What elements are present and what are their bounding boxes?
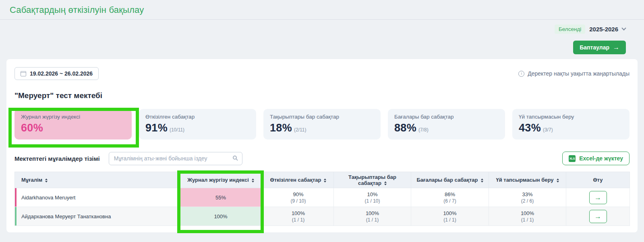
search-icon [233, 156, 237, 160]
stat-label: Бағалары бар сабақтар [394, 114, 499, 120]
teachers-list-title: Мектептегі мұғалімдер тізімі [14, 155, 100, 162]
column-header-journal-index[interactable]: Журнал жүргізу индексі [179, 172, 263, 188]
journal-index-cell: 100% [179, 207, 263, 226]
go-to-teacher-button[interactable]: → [589, 210, 607, 223]
table-header-row: Мұғалім Журнал жүргізу индексі Өткізілге… [15, 172, 630, 188]
table-row: Aidarkhanova Meruyert 55% 90%(9 / 10) 10… [15, 188, 630, 207]
page-header: Сабақтардың өткізілуін бақылау [0, 0, 644, 20]
conducted-cell: 90%(9 / 10) [263, 188, 334, 207]
column-header-conducted[interactable]: Өткізілген сабақтар [263, 172, 334, 188]
export-excel-label: Excel-де жүктеу [579, 155, 623, 162]
teacher-name-cell: Айдарханова Меруерт Танаткановна [15, 207, 179, 226]
column-header-homework[interactable]: Үй тапсырмасын беру [489, 172, 566, 188]
settings-row: Баптаулар → [0, 41, 644, 54]
settings-button[interactable]: Баптаулар → [573, 41, 626, 54]
stat-fraction: (2/11) [294, 127, 306, 133]
stat-card-homework-given[interactable]: Үй тапсырмасын беру 43% (3/7) [512, 109, 630, 139]
stat-value: 18% [270, 122, 292, 134]
date-range-picker[interactable]: 19.02.2026 ~ 26.02.2026 [14, 67, 99, 80]
stat-card-conducted-lessons[interactable]: Өткізілген сабақтар 91% (10/11) [139, 109, 256, 139]
stat-card-journal-index[interactable]: Журнал жүргізу индексі 60% [14, 109, 132, 139]
date-range-value: 19.02.2026 ~ 26.02.2026 [30, 70, 93, 77]
row-accent-bar [15, 188, 17, 207]
stat-label: Өткізілген сабақтар [145, 114, 250, 120]
homework-cell: 100%(1 / 1) [489, 207, 566, 226]
teacher-search [109, 152, 242, 165]
academic-year-selector[interactable]: Белсенді 2025-2026 [0, 24, 644, 34]
stat-fraction: (10/11) [170, 127, 184, 133]
arrow-right-icon: → [613, 44, 619, 51]
go-to-teacher-button[interactable]: → [589, 191, 607, 204]
stat-value: 60% [21, 122, 43, 134]
sort-icon[interactable] [324, 178, 326, 183]
column-header-teacher[interactable]: Мұғалім [15, 172, 179, 188]
stat-card-lessons-with-grades[interactable]: Бағалары бар сабақтар 88% (7/8) [388, 109, 505, 139]
topics-cell: 100%(1 / 1) [334, 207, 411, 226]
teacher-search-input[interactable] [109, 152, 242, 165]
column-header-go: Өту [566, 172, 630, 188]
stat-card-lessons-with-topics[interactable]: Тақырыптары бар сабақтар 18% (2/11) [263, 109, 381, 139]
stat-fraction: (3/7) [543, 127, 553, 133]
chevron-down-icon[interactable] [621, 26, 626, 30]
active-badge: Белсенді [555, 25, 585, 34]
grades-cell: 100%(1 / 1) [411, 207, 489, 226]
go-cell: → [566, 188, 630, 207]
grades-cell: 86%(6 / 7) [411, 188, 489, 207]
academic-year-value: 2025-2026 [589, 26, 618, 33]
stat-value: 91% [145, 122, 168, 134]
conducted-cell: 100%(1 / 1) [263, 207, 334, 226]
settings-button-label: Баптаулар [580, 44, 609, 51]
stat-value: 88% [394, 122, 416, 134]
homework-cell: 33%(2 / 6) [489, 188, 566, 207]
export-excel-button[interactable]: XLS Excel-де жүктеу [562, 152, 630, 165]
xls-file-icon: XLS [569, 155, 576, 162]
stat-label: Үй тапсырмасын беру [519, 114, 623, 120]
page-title: Сабақтардың өткізілуін бақылау [10, 5, 644, 15]
school-name: "Меруерт" тест мектебі [14, 91, 630, 103]
teachers-table: Мұғалім Журнал жүргізу индексі Өткізілге… [14, 172, 630, 226]
sort-icon[interactable] [384, 181, 387, 185]
sort-icon[interactable] [481, 178, 483, 183]
realtime-notice-text: Деректер нақты уақытта жаңартылады [528, 70, 630, 77]
teacher-name-cell: Aidarkhanova Meruyert [15, 188, 179, 207]
info-icon: i [518, 71, 524, 77]
sort-icon[interactable] [45, 178, 48, 183]
stat-label: Тақырыптары бар сабақтар [270, 114, 374, 120]
sort-icon[interactable] [252, 178, 254, 183]
calendar-icon [21, 71, 26, 76]
column-header-topics[interactable]: Тақырыптары бар сабақтар [334, 172, 411, 188]
dashboard-card: 19.02.2026 ~ 26.02.2026 i Деректер нақты… [6, 59, 638, 232]
sort-icon[interactable] [557, 178, 559, 183]
row-accent-bar [15, 207, 17, 226]
topics-cell: 10%(1 / 10) [334, 188, 411, 207]
stat-fraction: (7/8) [418, 127, 429, 133]
table-row: Айдарханова Меруерт Танаткановна 100% 10… [15, 207, 630, 226]
journal-index-cell: 55% [179, 188, 263, 207]
realtime-notice: i Деректер нақты уақытта жаңартылады [518, 70, 630, 77]
go-cell: → [566, 207, 630, 226]
stats-row: Журнал жүргізу индексі 60% Өткізілген са… [14, 109, 630, 139]
stat-value: 43% [519, 122, 541, 134]
stat-label: Журнал жүргізу индексі [21, 114, 125, 120]
column-header-grades[interactable]: Бағалары бар сабақтар [411, 172, 489, 188]
